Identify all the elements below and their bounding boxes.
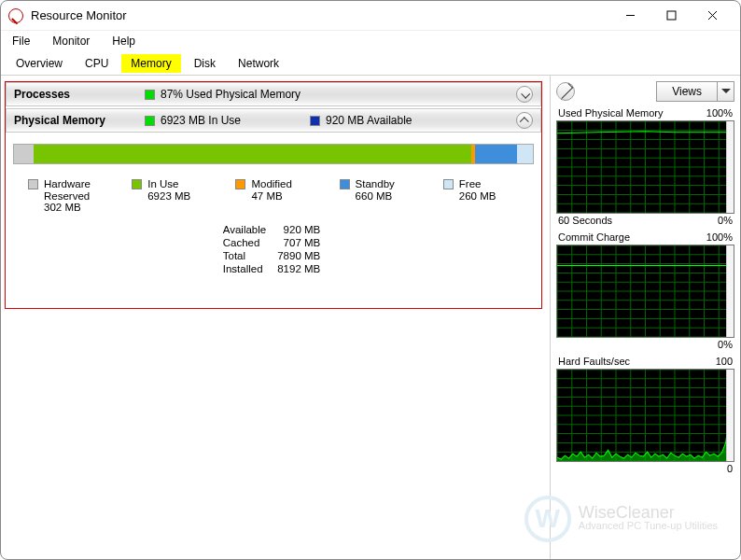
seg-free [517,145,533,163]
dropdown-arrow-icon [717,82,734,101]
processes-summary: 87% Used Physical Memory [161,88,301,101]
menu-help[interactable]: Help [106,34,141,49]
tab-disk[interactable]: Disk [185,54,225,73]
window-title: Resource Monitor [31,8,127,22]
tab-cpu[interactable]: CPU [76,54,118,73]
color-square-icon [235,179,245,189]
titlebar: Resource Monitor [1,1,740,31]
seg-hardware [14,145,34,163]
chevron-down-icon [521,89,530,98]
chart-title: Hard Faults/sec [558,356,630,367]
menu-file[interactable]: File [7,34,35,49]
color-square-icon [28,179,38,189]
menu-monitor[interactable]: Monitor [47,34,95,49]
tabbar: Overview CPU Memory Disk Network [1,51,740,76]
chart-commit-charge [556,245,734,338]
memory-legend: HardwareReserved302 MB In Use6923 MB Mod… [6,172,541,222]
maximize-button[interactable] [650,3,692,29]
collapse-toggle[interactable] [516,112,533,129]
menubar: File Monitor Help [1,31,740,51]
tab-network[interactable]: Network [229,54,288,73]
seg-inuse [34,145,472,163]
physical-memory-header[interactable]: Physical Memory 6923 MB In Use 920 MB Av… [6,108,541,133]
memory-stats: Available920 MB Cached707 MB Total7890 M… [6,222,541,308]
memory-bar [13,144,534,164]
app-icon [8,8,23,23]
color-square-icon [340,179,350,189]
chevron-up-icon [519,117,528,126]
views-dropdown[interactable]: Views [656,81,734,102]
chart-hard-faults [556,369,734,462]
close-button[interactable] [692,3,733,29]
color-square-icon [145,116,155,126]
seg-standby [475,145,517,163]
chart-used-physical-memory [556,120,734,214]
tab-memory[interactable]: Memory [121,54,180,73]
color-square-icon [145,90,155,100]
processes-header[interactable]: Processes 87% Used Physical Memory [6,82,541,106]
minimize-button[interactable] [609,3,650,29]
expand-toggle[interactable] [516,86,533,103]
processes-title: Processes [14,88,145,101]
physmem-inuse: 6923 MB In Use [161,114,310,127]
physmem-available: 920 MB Available [326,114,412,127]
color-square-icon [443,179,454,189]
chart-title: Commit Charge [558,231,630,243]
color-square-icon [132,179,142,189]
panel-expand-button[interactable] [556,82,575,101]
svg-rect-1 [667,11,676,20]
color-square-icon [310,116,320,126]
chart-title: Used Physical Memory [558,107,663,119]
physmem-title: Physical Memory [14,114,145,127]
chevron-right-icon [556,82,573,99]
tab-overview[interactable]: Overview [7,54,72,73]
